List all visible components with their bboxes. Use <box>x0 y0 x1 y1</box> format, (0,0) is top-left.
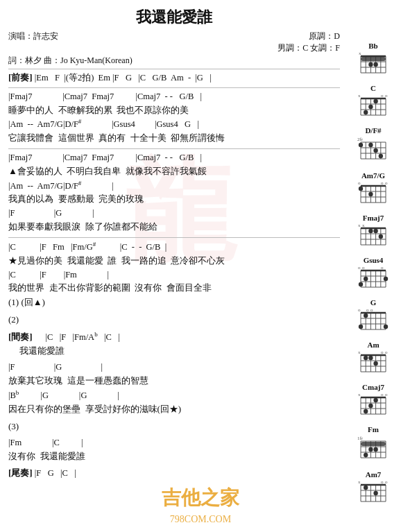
v2-chord3: |F |G | <box>8 207 340 220</box>
section-verse1: |Fmaj7 |Cmaj7 Fmaj7 |Cmaj7 - - G/B | 睡夢中… <box>8 90 340 146</box>
bridge-chord1: |F |G | <box>8 361 340 374</box>
v2-lyric2: 我真的以為 要感動最 完美的玫瑰 <box>8 192 340 207</box>
chorus-chord2: |C |F |Fm | <box>8 268 340 282</box>
num3-label: (3) <box>8 420 340 434</box>
divider3 <box>8 237 340 238</box>
original-key: 原調：D <box>309 31 340 41</box>
section-bridge: |F |G | 放棄其它玫瑰 這是一種愚蠢的智慧 |Bb |G |G | 因在只… <box>8 361 340 416</box>
bridge-lyric1: 放棄其它玫瑰 這是一種愚蠢的智慧 <box>8 374 340 388</box>
v2-chord2: |Am -- Am7/G|D/F# | <box>8 179 340 193</box>
page-title: 我還能愛誰 <box>8 7 340 28</box>
lyric-writer: 詞：林夕 曲：Jo Kyu-Man(Korean) <box>8 55 340 67</box>
v2-chord1: |Fmaj7 |Cmaj7 Fmaj7 |Cmaj7 - - G/B | <box>8 151 340 164</box>
section-chorus: |C |F Fm |Fm/G# |C - - G/B | ★見過你的美 我還能愛… <box>8 240 340 310</box>
outro-chords: |F G |C | <box>33 468 76 478</box>
prelude-label: [前奏] <box>8 72 33 83</box>
v1-chord1: |Fmaj7 |Cmaj7 Fmaj7 |Cmaj7 - - G/B | <box>8 90 340 103</box>
v1-lyric2: 它讓我體會 這個世界 真的有 十全十美 卻無所謂後悔 <box>8 131 340 146</box>
section-verse2: |Fmaj7 |Cmaj7 Fmaj7 |Cmaj7 - - G/B | ▲會妥… <box>8 151 340 234</box>
svg-text:o: o <box>385 479 388 485</box>
top-divider <box>8 69 340 69</box>
v2-lyric1: ▲會妥協的人 不明白我自卑 就像我不容許我氣餒 <box>8 164 340 179</box>
chorus-chord1: |C |F Fm |Fm/G# |C - - G/B | <box>8 240 340 254</box>
section-verse3: |Fm |C | 沒有你 我還能愛誰 <box>8 436 340 464</box>
v3-chord1: |Fm |C | <box>8 436 340 449</box>
v2-lyric3: 如果要奉獻我眼淚 除了你誰都不能給 <box>8 220 340 234</box>
bridge-chord2: |Bb |G |G | <box>8 388 340 402</box>
section-prelude: [前奏] |Em F |(等2拍) Em |F G |C G/B Am - |G… <box>8 71 340 85</box>
chorus-lyric1: ★見過你的美 我還能愛 誰 我一路的追 意冷卻不心灰 <box>8 254 340 268</box>
svg-text:x: x <box>358 479 361 485</box>
svg-point-176 <box>364 486 368 490</box>
svg-point-177 <box>373 491 377 495</box>
section-interlude: [間奏] |C |F |Fm/Ab |C | 我還能愛誰 <box>8 330 340 359</box>
key-info: 原調：D 男調：C 女調：F <box>278 31 340 54</box>
outro-label: [尾奏] <box>8 467 33 478</box>
divider2 <box>8 148 340 149</box>
svg-text:o: o <box>381 479 384 485</box>
section-num3: (3) <box>8 420 340 434</box>
divider1 <box>8 87 340 88</box>
interlude-chords: |C |F |Fm/Ab |C | <box>33 332 120 342</box>
site-url: 798COM.COM <box>170 514 231 525</box>
bridge-lyric2: 因在只有你的堡壘 享受討好你的滋味(回★) <box>8 402 340 417</box>
interlude-lyric: 我還能愛誰 <box>8 344 340 359</box>
v1-lyric1: 睡夢中的人 不瞭解我的累 我也不原諒你的美 <box>8 103 340 118</box>
singer-label: 演唱：許志安 <box>8 31 58 41</box>
female-key: 女調：F <box>310 43 340 53</box>
site-logo: 吉他之家 <box>162 485 239 511</box>
v3-lyric1: 沒有你 我還能愛誰 <box>8 449 340 464</box>
prelude-chords: |Em F |(等2拍) Em |F G |C G/B Am - |G | <box>33 73 212 83</box>
chorus-lyric2: 我的世界 走不出你背影的範圍 沒有你 會面目全非 <box>8 281 340 295</box>
chorus-note: (1) (回▲) <box>8 295 340 310</box>
section-num2: (2) <box>8 313 340 327</box>
male-key: 男調：C <box>278 43 308 53</box>
section-outro: [尾奏] |F G |C | <box>8 467 340 480</box>
interlude-label: [間奏] <box>8 332 33 342</box>
num2-label: (2) <box>8 313 340 327</box>
singer-info: 演唱：許志安 <box>8 31 278 54</box>
v1-chord2: |Am -- Am7/G|D/F# |Gsus4 |Gsus4 G | <box>8 117 340 131</box>
